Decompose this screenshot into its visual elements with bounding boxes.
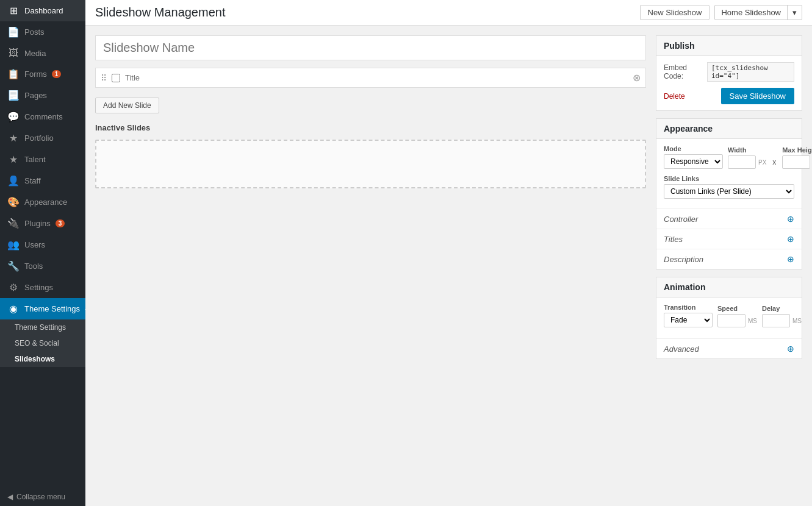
topbar-actions: New Slideshow Home Slideshow ▾	[640, 5, 802, 20]
appearance-box-header: Appearance	[656, 119, 802, 139]
sidebar-item-portfolio[interactable]: ★ Portfolio	[0, 127, 85, 149]
users-icon: 👥	[7, 239, 20, 251]
slide-links-select[interactable]: Custom Links (Per Slide) No Links Link t…	[664, 184, 794, 199]
sidebar-item-label: Dashboard	[24, 6, 63, 15]
delay-input[interactable]: 4000	[762, 314, 790, 327]
sidebar-item-plugins[interactable]: 🔌 Plugins 3	[0, 213, 85, 234]
page-title: Slideshow Management	[95, 5, 225, 20]
plugins-badge: 3	[56, 219, 65, 227]
sidebar-item-label: Comments	[24, 112, 63, 121]
slideshow-dropdown[interactable]: Home Slideshow ▾	[714, 5, 802, 20]
sidebar-item-label: Media	[24, 49, 46, 58]
speed-label: Speed	[717, 305, 757, 312]
staff-icon: 👤	[7, 175, 20, 187]
new-slideshow-button[interactable]: New Slideshow	[640, 5, 710, 20]
talent-icon: ★	[7, 154, 20, 165]
animation-box: Animation Transition Fade Slide None	[656, 277, 802, 359]
slide-links-label: Slide Links	[664, 175, 794, 182]
portfolio-icon: ★	[7, 132, 20, 144]
publish-box-header: Publish	[656, 36, 802, 56]
sidebar-item-label: Theme Settings	[24, 304, 80, 313]
inactive-slides-label: Inactive Slides	[95, 123, 646, 132]
plugins-icon: 🔌	[7, 218, 20, 229]
speed-input[interactable]: 900	[717, 314, 746, 327]
sidebar-item-appearance[interactable]: 🎨 Appearance	[0, 191, 85, 213]
mode-select[interactable]: Responsive Fixed Fluid	[664, 154, 723, 169]
sidebar-item-users[interactable]: 👥 Users	[0, 234, 85, 255]
sidebar-item-media[interactable]: 🖼 Media	[0, 43, 85, 63]
sidebar-item-label: Forms	[24, 69, 47, 79]
x-separator: x	[772, 158, 776, 169]
submenu-item-theme-settings[interactable]: Theme Settings	[0, 319, 85, 335]
sidebar-item-dashboard[interactable]: ⊞ Dashboard	[0, 0, 85, 21]
advanced-section[interactable]: Advanced ⊕	[656, 338, 802, 358]
width-label: Width	[728, 146, 766, 154]
slide-remove-button[interactable]: ⊗	[633, 72, 641, 84]
inactive-drop-zone	[95, 140, 646, 188]
slide-title-input[interactable]	[125, 73, 628, 82]
width-input[interactable]: auto	[728, 155, 756, 169]
sidebar-item-label: Tools	[24, 262, 43, 271]
sidebar-item-label: Posts	[24, 27, 45, 37]
titles-expand-icon: ⊕	[787, 234, 794, 244]
slide-links-row: Slide Links Custom Links (Per Slide) No …	[664, 175, 794, 199]
controller-section[interactable]: Controller ⊕	[656, 208, 802, 229]
description-section[interactable]: Description ⊕	[656, 249, 802, 269]
max-height-field-group: Max Height auto PX	[782, 146, 812, 169]
mode-width-row: Mode Responsive Fixed Fluid Width auto	[664, 145, 794, 169]
sidebar-item-pages[interactable]: 📃 Pages	[0, 85, 85, 106]
tools-icon: 🔧	[7, 260, 20, 272]
slideshow-name-input[interactable]	[95, 35, 646, 60]
sidebar-item-label: Staff	[24, 176, 41, 185]
collapse-icon: ◀	[7, 493, 13, 501]
sidebar-item-comments[interactable]: 💬 Comments	[0, 106, 85, 127]
animation-box-header: Animation	[656, 277, 802, 298]
main-panel: ⠿ ⊗ Add New Slide Inactive Slides	[95, 35, 646, 496]
slideshow-dropdown-arrow-icon[interactable]: ▾	[787, 5, 802, 20]
sidebar-item-staff[interactable]: 👤 Staff	[0, 170, 85, 191]
slide-row: ⠿ ⊗	[95, 68, 646, 88]
embed-code-label: Embed Code:	[664, 63, 703, 80]
embed-code-row: Embed Code: [tcx_slideshow id="4"]	[664, 62, 794, 82]
drag-handle-icon[interactable]: ⠿	[101, 73, 107, 83]
animation-fields-row: Transition Fade Slide None Speed 900	[664, 304, 794, 327]
collapse-menu-button[interactable]: ◀ Collapse menu	[0, 488, 85, 506]
appearance-icon: 🎨	[7, 196, 20, 208]
save-slideshow-button[interactable]: Save Slideshow	[721, 88, 795, 104]
max-height-input[interactable]: auto	[782, 155, 810, 169]
controller-expand-icon: ⊕	[787, 214, 794, 224]
transition-label: Transition	[664, 304, 713, 311]
sidebar-item-label: Portfolio	[24, 134, 54, 143]
comments-icon: 💬	[7, 111, 20, 123]
submenu-item-seo-social[interactable]: SEO & Social	[0, 335, 85, 351]
sidebar-item-forms[interactable]: 📋 Forms 1	[0, 63, 85, 85]
slide-links-field-group: Slide Links Custom Links (Per Slide) No …	[664, 175, 794, 199]
slide-checkbox[interactable]	[112, 74, 120, 82]
forms-badge: 1	[52, 70, 62, 78]
transition-select[interactable]: Fade Slide None	[664, 313, 713, 327]
sidebar-item-label: Settings	[24, 283, 53, 292]
right-panel: Publish Embed Code: [tcx_slideshow id="4…	[656, 35, 802, 496]
appearance-box: Appearance Mode Responsive Fixed Fluid	[656, 118, 802, 269]
add-new-slide-button[interactable]: Add New Slide	[95, 98, 159, 113]
content-area: ⠿ ⊗ Add New Slide Inactive Slides Publis…	[85, 26, 812, 506]
settings-icon: ⚙	[7, 282, 20, 293]
sidebar-item-label: Users	[24, 240, 45, 249]
sidebar-item-label: Talent	[24, 155, 46, 164]
titles-section[interactable]: Titles ⊕	[656, 229, 802, 249]
main-area: Slideshow Management New Slideshow Home …	[85, 0, 812, 506]
description-expand-icon: ⊕	[787, 254, 794, 264]
submenu-item-slideshows[interactable]: Slideshows	[0, 351, 85, 367]
delete-link[interactable]: Delete	[664, 92, 685, 101]
submenu-label: SEO & Social	[15, 339, 59, 347]
sidebar-item-settings[interactable]: ⚙ Settings	[0, 277, 85, 298]
theme-settings-submenu: Theme Settings SEO & Social Slideshows	[0, 319, 85, 367]
publish-box-body: Embed Code: [tcx_slideshow id="4"] Delet…	[656, 56, 802, 110]
delay-field-group: Delay 4000 MS	[762, 305, 802, 327]
sidebar-item-tools[interactable]: 🔧 Tools	[0, 255, 85, 277]
sidebar-item-talent[interactable]: ★ Talent	[0, 149, 85, 170]
sidebar-item-posts[interactable]: 📄 Posts	[0, 21, 85, 43]
width-field-group: Width auto PX	[728, 146, 766, 169]
sidebar-item-theme-settings[interactable]: ◉ Theme Settings ◀	[0, 298, 85, 319]
width-unit: PX	[758, 159, 766, 166]
